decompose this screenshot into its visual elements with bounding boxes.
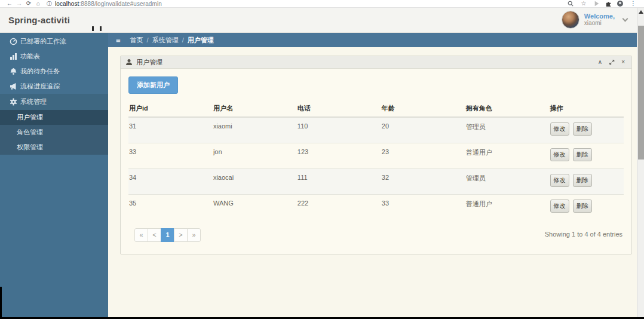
close-icon[interactable]: × [621, 59, 625, 65]
bar-chart-icon [10, 53, 20, 60]
url-host: localhost [55, 1, 79, 7]
sidebar-subitem-permission-management[interactable]: 权限管理 [0, 140, 108, 155]
screen-artifact [100, 26, 102, 31]
column-header-user-id: 用户id [128, 101, 213, 117]
cell-age: 32 [381, 169, 465, 195]
pagination-prev-button[interactable]: < [148, 228, 161, 242]
sidebar-subitem-label: 权限管理 [17, 143, 43, 152]
breadcrumb-current: 用户管理 [188, 36, 214, 45]
browser-profile-icon[interactable] [617, 1, 623, 7]
showing-entries-info: Showing 1 to 4 of 4 entries [545, 228, 622, 238]
bell-icon [10, 68, 20, 75]
collapse-icon[interactable]: ∧ [598, 59, 602, 65]
column-header-actions: 操作 [550, 101, 624, 117]
column-header-phone: 电话 [297, 101, 381, 117]
cell-role: 管理员 [465, 169, 550, 195]
breadcrumb-home[interactable]: 首页 [130, 36, 143, 45]
brand-logo[interactable]: Spring-activiti [0, 15, 70, 25]
extension-icon[interactable] [594, 1, 600, 7]
gear-icon [10, 98, 20, 106]
edit-button[interactable]: 修改 [550, 148, 569, 161]
table-row: 33 jon 123 23 普通用户 修改 删除 [128, 143, 624, 169]
browser-home-icon[interactable]: ⌂ [33, 0, 43, 7]
column-header-age: 年龄 [381, 101, 465, 117]
breadcrumb-section[interactable]: 系统管理 [152, 36, 179, 45]
bookmark-star-icon[interactable]: ☆ [579, 0, 588, 7]
cell-username: xiaocai [213, 169, 297, 195]
pagination-next-button[interactable]: > [174, 228, 188, 242]
cell-username: jon [213, 143, 297, 169]
url-path: :8888/loginvalidate#useradmin [79, 1, 162, 7]
sidebar-item-function-list[interactable]: 功能表 [0, 49, 108, 64]
edit-button[interactable]: 修改 [550, 174, 569, 187]
sidebar-item-my-todo-tasks[interactable]: 我的待办任务 [0, 64, 108, 79]
browser-reload-icon[interactable]: ⟳ [24, 0, 33, 7]
browser-back-icon[interactable]: ← [5, 0, 14, 7]
cell-role: 管理员 [465, 117, 550, 143]
delete-button[interactable]: 删除 [573, 200, 592, 213]
zoom-icon[interactable] [568, 1, 574, 7]
user-menu[interactable]: Welcome, xiaomi [562, 11, 627, 29]
cell-age: 23 [381, 143, 465, 169]
table-row: 31 xiaomi 110 20 管理员 修改 删除 [128, 117, 624, 143]
panel-title: 用户管理 [136, 58, 162, 67]
sidebar-subitem-label: 角色管理 [17, 128, 43, 137]
scrollbar-up-arrow-icon[interactable] [637, 8, 644, 16]
puzzle-extensions-icon[interactable] [605, 1, 612, 7]
cell-age: 33 [381, 195, 465, 220]
sidebar-item-process-tracking[interactable]: 流程进度追踪 [0, 79, 108, 94]
browser-toolbar: ← → ⟳ ⌂ ⓘ localhost:8888/loginvalidate#u… [0, 0, 644, 8]
pagination-last-button[interactable]: » [187, 228, 201, 242]
sidebar-item-label: 功能表 [20, 52, 40, 61]
edit-button[interactable]: 修改 [550, 122, 569, 136]
table-header-row: 用户id 用户名 电话 年龄 拥有角色 操作 [128, 101, 624, 117]
cell-role: 普通用户 [465, 195, 550, 220]
address-bar[interactable]: ⓘ localhost:8888/loginvalidate#useradmin [47, 0, 568, 8]
sidebar-item-system-management[interactable]: 系统管理 [0, 94, 108, 110]
bullhorn-icon [10, 82, 20, 90]
cell-username: WANG [213, 195, 297, 220]
pagination-first-button[interactable]: « [134, 228, 148, 242]
sidebar-item-label: 系统管理 [20, 97, 47, 106]
sidebar-item-label: 流程进度追踪 [20, 82, 60, 91]
cell-user-id: 33 [128, 143, 213, 169]
expand-icon[interactable] [609, 59, 615, 65]
breadcrumb-separator: / [182, 36, 184, 44]
scrollbar-thumb[interactable] [638, 26, 644, 160]
screen-edge-artifact [0, 287, 2, 319]
panel-header: 用户管理 ∧ × [121, 56, 631, 69]
sidebar-item-label: 已部署的工作流 [20, 37, 66, 46]
sidebar-subitem-role-management[interactable]: 角色管理 [0, 125, 108, 140]
main-content: 用户管理 ∧ × 添加新用户 [108, 47, 644, 319]
site-info-icon[interactable]: ⓘ [47, 0, 52, 8]
sidebar-subitem-user-management[interactable]: 用户管理 [0, 110, 108, 125]
avatar [562, 11, 579, 29]
sidebar-item-label: 我的待办任务 [20, 67, 60, 76]
delete-button[interactable]: 删除 [573, 174, 592, 187]
column-header-username: 用户名 [213, 101, 297, 117]
user-table: 用户id 用户名 电话 年龄 拥有角色 操作 31 xiaomi [128, 101, 624, 220]
column-header-role: 拥有角色 [465, 101, 550, 117]
table-row: 34 xiaocai 111 32 管理员 修改 删除 [128, 169, 624, 195]
browser-forward-icon[interactable]: → [14, 0, 24, 7]
cell-user-id: 31 [128, 117, 213, 143]
sidebar: 已部署的工作流 功能表 我的待办任务 流程进度追踪 [0, 33, 108, 319]
edit-button[interactable]: 修改 [550, 200, 569, 213]
add-user-button[interactable]: 添加新用户 [128, 76, 178, 94]
sidebar-item-deployed-workflows[interactable]: 已部署的工作流 [0, 34, 108, 49]
page-scrollbar[interactable] [637, 8, 644, 319]
breadcrumb-separator: / [147, 36, 149, 44]
pagination-page-1-button[interactable]: 1 [161, 228, 174, 242]
url-text: localhost:8888/loginvalidate#useradmin [55, 1, 162, 7]
hamburger-icon[interactable]: ≡ [116, 36, 121, 45]
panel-body: 添加新用户 用户id 用户名 电话 年龄 拥有角色 操作 [121, 69, 631, 254]
cell-phone: 111 [297, 169, 381, 195]
browser-menu-icon[interactable]: ⋮ [628, 0, 638, 7]
cell-role: 普通用户 [465, 143, 550, 169]
delete-button[interactable]: 删除 [573, 122, 592, 136]
welcome-text: Welcome, [584, 13, 615, 20]
username-text: xiaomi [584, 20, 615, 27]
delete-button[interactable]: 删除 [573, 148, 592, 161]
user-management-panel: 用户管理 ∧ × 添加新用户 [120, 56, 632, 254]
breadcrumb: ≡ 首页 / 系统管理 / 用户管理 [108, 33, 644, 47]
